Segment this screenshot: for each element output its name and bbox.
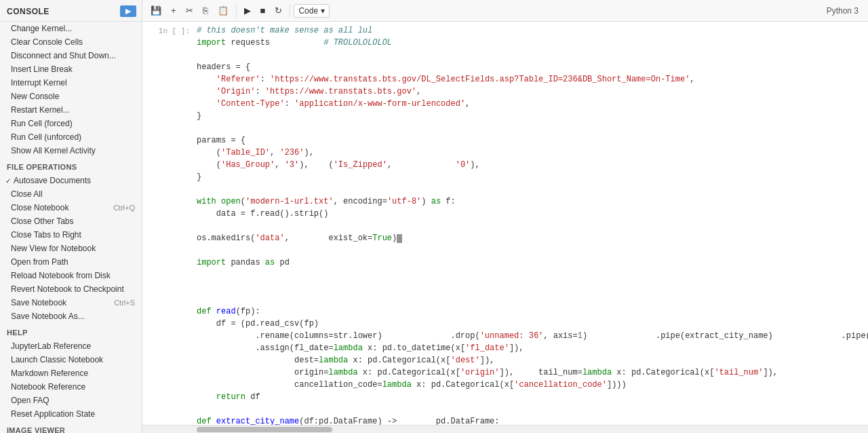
sidebar-item-close-other-tabs[interactable]: Close Other Tabs [0, 214, 142, 228]
sidebar-item-markdown-ref[interactable]: Markdown Reference [0, 366, 142, 380]
cell-gutter: In [ ]: [142, 24, 197, 425]
help-section: JupyterLab Reference Launch Classic Note… [0, 339, 142, 421]
sidebar-item-restart-kernel[interactable]: Restart Kernel... [0, 103, 142, 117]
check-icon: ✓ [5, 177, 11, 185]
sidebar-item-save-notebook[interactable]: Save Notebook Ctrl+S [0, 296, 142, 309]
sidebar-item-new-console[interactable]: New Console [0, 90, 142, 103]
code-area[interactable]: In [ ]: # this doesn't make sense as all… [142, 22, 868, 425]
sidebar-item-run-unforced[interactable]: Run Cell (unforced) [0, 130, 142, 144]
sidebar-item-clear-console[interactable]: Clear Console Cells [0, 35, 142, 49]
sidebar-item-launch-classic[interactable]: Launch Classic Notebook [0, 353, 142, 366]
sidebar-item-show-kernel[interactable]: Show All Kernel Activity [0, 144, 142, 157]
sidebar: CONSOLE ▶ Change Kernel... Clear Console… [0, 0, 142, 433]
file-ops-section: ✓ Autosave Documents Close All Close Not… [0, 174, 142, 323]
run-button[interactable]: ▶ [240, 3, 255, 18]
sidebar-item-run-forced[interactable]: Run Cell (forced) [0, 117, 142, 130]
sidebar-item-save-as[interactable]: Save Notebook As... [0, 309, 142, 323]
cell-type-label: Code [298, 6, 318, 16]
help-section-label: HELP [0, 323, 142, 339]
toolbar: 💾 + ✂ ⎘ 📋 ▶ ■ ↻ Code ▾ Python 3 [142, 0, 868, 22]
sidebar-item-notebook-ref[interactable]: Notebook Reference [0, 380, 142, 394]
sidebar-header-button[interactable]: ▶ [120, 5, 136, 17]
toolbar-sep-1 [236, 4, 237, 18]
sidebar-item-open-faq[interactable]: Open FAQ [0, 394, 142, 407]
file-ops-section-label: FILE OPERATIONS [0, 157, 142, 174]
sidebar-item-insert-linebreak[interactable]: Insert Line Break [0, 62, 142, 76]
sidebar-item-new-view[interactable]: New View for Notebook [0, 242, 142, 255]
python-version: Python 3 [827, 6, 864, 16]
cell-type-chevron: ▾ [321, 6, 325, 16]
cell-container: In [ ]: # this doesn't make sense as all… [142, 22, 868, 425]
sidebar-item-reload-notebook[interactable]: Reload Notebook from Disk [0, 269, 142, 282]
add-cell-button[interactable]: + [167, 3, 180, 18]
sidebar-item-interrupt-kernel[interactable]: Interrupt Kernel [0, 76, 142, 90]
sidebar-item-close-all[interactable]: Close All [0, 187, 142, 201]
sidebar-item-change-kernel[interactable]: Change Kernel... [0, 22, 142, 35]
image-viewer-section-label: IMAGE VIEWER [0, 421, 142, 433]
horizontal-scrollbar[interactable] [142, 425, 868, 433]
console-section: Change Kernel... Clear Console Cells Dis… [0, 22, 142, 157]
sidebar-header: CONSOLE ▶ [0, 0, 142, 22]
refresh-button[interactable]: ↻ [271, 3, 286, 18]
sidebar-item-autosave[interactable]: ✓ Autosave Documents [0, 174, 142, 187]
hscroll-thumb[interactable] [197, 427, 332, 432]
stop-button[interactable]: ■ [256, 3, 270, 18]
console-title: CONSOLE [7, 7, 50, 16]
sidebar-item-jupyterlab-ref[interactable]: JupyterLab Reference [0, 339, 142, 353]
copy-button[interactable]: ⎘ [199, 3, 212, 18]
sidebar-item-close-notebook[interactable]: Close Notebook Ctrl+Q [0, 201, 142, 214]
cut-button[interactable]: ✂ [182, 3, 197, 18]
sidebar-item-disconnect[interactable]: Disconnect and Shut Down... [0, 49, 142, 62]
sidebar-item-revert-notebook[interactable]: Revert Notebook to Checkpoint [0, 282, 142, 296]
sidebar-item-open-path[interactable]: Open from Path [0, 255, 142, 269]
cell-type-dropdown[interactable]: Code ▾ [294, 4, 330, 18]
sidebar-item-reset-app[interactable]: Reset Application State [0, 407, 142, 421]
main-content: 💾 + ✂ ⎘ 📋 ▶ ■ ↻ Code ▾ Python 3 In [ ]: … [142, 0, 868, 433]
cell-code[interactable]: # this doesn't make sense as all lul imp… [197, 24, 868, 425]
toolbar-sep-2 [290, 4, 290, 18]
paste-button[interactable]: 📋 [214, 3, 233, 18]
save-button[interactable]: 💾 [146, 3, 165, 18]
sidebar-item-close-tabs-right[interactable]: Close Tabs to Right [0, 228, 142, 242]
